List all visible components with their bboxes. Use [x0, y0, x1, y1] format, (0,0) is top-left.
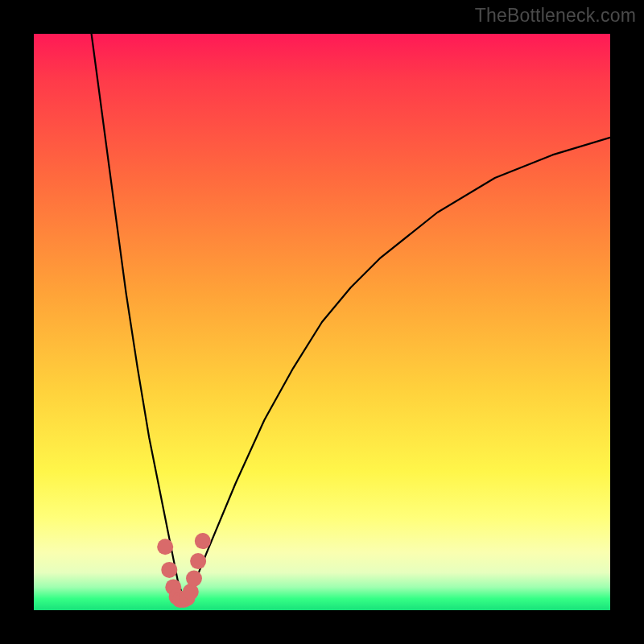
marker-dot: [186, 571, 202, 587]
marker-band: [157, 533, 211, 608]
chart-svg: [34, 34, 610, 610]
bottleneck-curve: [92, 34, 610, 599]
chart-frame: TheBottleneck.com: [0, 0, 644, 644]
marker-dot: [195, 533, 211, 549]
watermark-text: TheBottleneck.com: [475, 5, 636, 27]
marker-dot: [161, 562, 177, 578]
marker-dot: [157, 539, 173, 555]
plot-area: [34, 34, 610, 610]
marker-dot: [190, 553, 206, 569]
